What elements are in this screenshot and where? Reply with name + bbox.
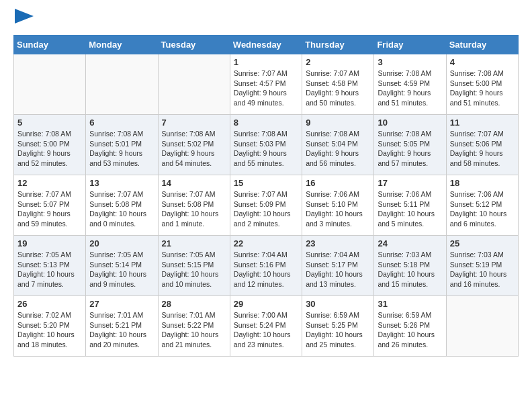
day-info: Sunrise: 7:00 AM Sunset: 5:24 PM Dayligh… xyxy=(234,310,298,350)
weekday-header-saturday: Saturday xyxy=(446,36,518,54)
day-number: 22 xyxy=(234,238,298,248)
weekday-header-friday: Friday xyxy=(374,36,446,54)
day-number: 20 xyxy=(89,238,154,248)
calendar-cell: 18Sunrise: 7:06 AM Sunset: 5:12 PM Dayli… xyxy=(446,175,518,236)
day-number: 27 xyxy=(89,299,154,309)
day-info: Sunrise: 6:59 AM Sunset: 5:26 PM Dayligh… xyxy=(378,310,442,350)
day-number: 5 xyxy=(17,118,82,128)
day-number: 19 xyxy=(17,238,82,248)
calendar-cell: 13Sunrise: 7:07 AM Sunset: 5:08 PM Dayli… xyxy=(86,175,158,236)
day-info: Sunrise: 7:07 AM Sunset: 4:57 PM Dayligh… xyxy=(234,68,298,108)
day-info: Sunrise: 7:05 AM Sunset: 5:15 PM Dayligh… xyxy=(162,250,226,289)
day-number: 25 xyxy=(450,238,515,248)
day-info: Sunrise: 7:03 AM Sunset: 5:18 PM Dayligh… xyxy=(378,250,442,289)
calendar-cell: 19Sunrise: 7:05 AM Sunset: 5:13 PM Dayli… xyxy=(14,236,86,296)
calendar-table: SundayMondayTuesdayWednesdayThursdayFrid… xyxy=(13,35,519,357)
calendar-cell: 21Sunrise: 7:05 AM Sunset: 5:15 PM Dayli… xyxy=(158,236,230,296)
calendar-cell: 22Sunrise: 7:04 AM Sunset: 5:16 PM Dayli… xyxy=(230,236,302,296)
day-number: 24 xyxy=(378,238,442,248)
day-info: Sunrise: 7:08 AM Sunset: 4:59 PM Dayligh… xyxy=(378,68,442,108)
day-number: 23 xyxy=(306,238,370,248)
day-number: 21 xyxy=(162,238,226,248)
day-number: 3 xyxy=(378,57,442,67)
calendar-cell: 5Sunrise: 7:08 AM Sunset: 5:00 PM Daylig… xyxy=(14,115,86,175)
day-info: Sunrise: 7:08 AM Sunset: 5:03 PM Dayligh… xyxy=(234,129,298,169)
day-number: 1 xyxy=(234,57,298,67)
calendar-week-row: 19Sunrise: 7:05 AM Sunset: 5:13 PM Dayli… xyxy=(14,236,519,296)
day-info: Sunrise: 7:06 AM Sunset: 5:10 PM Dayligh… xyxy=(306,189,370,229)
calendar-cell: 9Sunrise: 7:08 AM Sunset: 5:04 PM Daylig… xyxy=(302,115,374,175)
day-info: Sunrise: 7:07 AM Sunset: 5:07 PM Dayligh… xyxy=(17,189,82,229)
calendar-cell: 25Sunrise: 7:03 AM Sunset: 5:19 PM Dayli… xyxy=(446,236,518,296)
calendar-cell: 27Sunrise: 7:01 AM Sunset: 5:21 PM Dayli… xyxy=(86,296,158,357)
calendar-cell xyxy=(14,54,86,115)
day-info: Sunrise: 7:06 AM Sunset: 5:11 PM Dayligh… xyxy=(378,189,442,229)
day-info: Sunrise: 7:08 AM Sunset: 5:00 PM Dayligh… xyxy=(17,129,82,169)
day-info: Sunrise: 7:04 AM Sunset: 5:16 PM Dayligh… xyxy=(234,250,298,289)
day-info: Sunrise: 7:02 AM Sunset: 5:20 PM Dayligh… xyxy=(17,310,82,350)
calendar-cell xyxy=(158,54,230,115)
day-number: 12 xyxy=(17,178,82,188)
day-number: 29 xyxy=(234,299,298,309)
day-number: 8 xyxy=(234,118,298,128)
day-number: 4 xyxy=(450,57,515,67)
day-info: Sunrise: 7:08 AM Sunset: 5:04 PM Dayligh… xyxy=(306,129,370,169)
day-info: Sunrise: 7:07 AM Sunset: 5:08 PM Dayligh… xyxy=(162,189,226,229)
calendar-cell: 26Sunrise: 7:02 AM Sunset: 5:20 PM Dayli… xyxy=(14,296,86,357)
calendar-cell: 16Sunrise: 7:06 AM Sunset: 5:10 PM Dayli… xyxy=(302,175,374,236)
day-number: 28 xyxy=(162,299,226,309)
calendar-cell: 28Sunrise: 7:01 AM Sunset: 5:22 PM Dayli… xyxy=(158,296,230,357)
calendar-week-row: 5Sunrise: 7:08 AM Sunset: 5:00 PM Daylig… xyxy=(14,115,519,175)
weekday-header-tuesday: Tuesday xyxy=(158,36,230,54)
calendar-header-row: SundayMondayTuesdayWednesdayThursdayFrid… xyxy=(14,36,519,54)
day-number: 9 xyxy=(306,118,370,128)
calendar-cell: 12Sunrise: 7:07 AM Sunset: 5:07 PM Dayli… xyxy=(14,175,86,236)
svg-marker-0 xyxy=(15,9,34,24)
weekday-header-thursday: Thursday xyxy=(302,36,374,54)
logo-arrow-icon xyxy=(15,9,34,24)
day-info: Sunrise: 7:06 AM Sunset: 5:12 PM Dayligh… xyxy=(450,189,515,229)
logo xyxy=(13,13,34,28)
calendar-cell: 29Sunrise: 7:00 AM Sunset: 5:24 PM Dayli… xyxy=(230,296,302,357)
calendar-cell: 6Sunrise: 7:08 AM Sunset: 5:01 PM Daylig… xyxy=(86,115,158,175)
calendar-week-row: 26Sunrise: 7:02 AM Sunset: 5:20 PM Dayli… xyxy=(14,296,519,357)
day-info: Sunrise: 7:07 AM Sunset: 4:58 PM Dayligh… xyxy=(306,68,370,108)
day-info: Sunrise: 7:05 AM Sunset: 5:13 PM Dayligh… xyxy=(17,250,82,289)
calendar-cell: 30Sunrise: 6:59 AM Sunset: 5:25 PM Dayli… xyxy=(302,296,374,357)
calendar-week-row: 12Sunrise: 7:07 AM Sunset: 5:07 PM Dayli… xyxy=(14,175,519,236)
day-number: 7 xyxy=(162,118,226,128)
day-number: 18 xyxy=(450,178,515,188)
calendar-cell: 11Sunrise: 7:07 AM Sunset: 5:06 PM Dayli… xyxy=(446,115,518,175)
day-number: 10 xyxy=(378,118,442,128)
calendar-cell: 8Sunrise: 7:08 AM Sunset: 5:03 PM Daylig… xyxy=(230,115,302,175)
calendar-cell: 10Sunrise: 7:08 AM Sunset: 5:05 PM Dayli… xyxy=(374,115,446,175)
day-info: Sunrise: 7:07 AM Sunset: 5:06 PM Dayligh… xyxy=(450,129,515,169)
day-number: 26 xyxy=(17,299,82,309)
weekday-header-wednesday: Wednesday xyxy=(230,36,302,54)
day-info: Sunrise: 6:59 AM Sunset: 5:25 PM Dayligh… xyxy=(306,310,370,350)
day-number: 2 xyxy=(306,57,370,67)
day-info: Sunrise: 7:08 AM Sunset: 5:02 PM Dayligh… xyxy=(162,129,226,169)
calendar-cell: 7Sunrise: 7:08 AM Sunset: 5:02 PM Daylig… xyxy=(158,115,230,175)
day-number: 13 xyxy=(89,178,154,188)
day-number: 6 xyxy=(89,118,154,128)
calendar-cell: 24Sunrise: 7:03 AM Sunset: 5:18 PM Dayli… xyxy=(374,236,446,296)
day-number: 15 xyxy=(234,178,298,188)
day-info: Sunrise: 7:04 AM Sunset: 5:17 PM Dayligh… xyxy=(306,250,370,289)
calendar-cell: 17Sunrise: 7:06 AM Sunset: 5:11 PM Dayli… xyxy=(374,175,446,236)
day-info: Sunrise: 7:01 AM Sunset: 5:22 PM Dayligh… xyxy=(162,310,226,350)
weekday-header-monday: Monday xyxy=(86,36,158,54)
day-number: 14 xyxy=(162,178,226,188)
day-info: Sunrise: 7:08 AM Sunset: 5:00 PM Dayligh… xyxy=(450,68,515,108)
weekday-header-sunday: Sunday xyxy=(14,36,86,54)
calendar-cell: 14Sunrise: 7:07 AM Sunset: 5:08 PM Dayli… xyxy=(158,175,230,236)
day-info: Sunrise: 7:07 AM Sunset: 5:08 PM Dayligh… xyxy=(89,189,154,229)
calendar-cell: 3Sunrise: 7:08 AM Sunset: 4:59 PM Daylig… xyxy=(374,54,446,115)
page-header xyxy=(13,13,519,28)
day-number: 30 xyxy=(306,299,370,309)
day-info: Sunrise: 7:08 AM Sunset: 5:01 PM Dayligh… xyxy=(89,129,154,169)
day-info: Sunrise: 7:05 AM Sunset: 5:14 PM Dayligh… xyxy=(89,250,154,289)
day-number: 17 xyxy=(378,178,442,188)
calendar-cell: 4Sunrise: 7:08 AM Sunset: 5:00 PM Daylig… xyxy=(446,54,518,115)
day-number: 31 xyxy=(378,299,442,309)
